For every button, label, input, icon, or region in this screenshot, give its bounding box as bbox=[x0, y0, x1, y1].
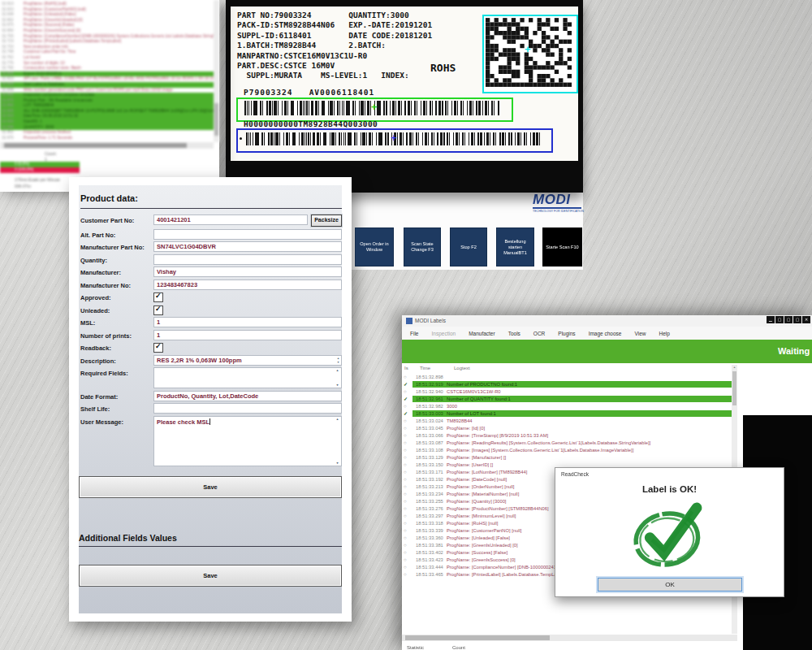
window-control-button-0[interactable]: ▁ bbox=[767, 316, 775, 323]
text-input[interactable] bbox=[153, 355, 342, 366]
log-row[interactable]: ✓18:51:32.961Number of QUANTITY found:1 bbox=[402, 396, 737, 403]
textarea-field[interactable]: Please check MSL▴▾ bbox=[153, 416, 342, 466]
log-row[interactable]: ✓18:51:33.003Number of LOT found:1 bbox=[402, 410, 737, 418]
log-row[interactable]: ○18:51:32.9823000 bbox=[402, 403, 737, 410]
menu-plugins[interactable]: Plugins bbox=[558, 331, 575, 336]
circle-icon: ○ bbox=[404, 462, 410, 468]
packsize-button[interactable]: Packsize bbox=[311, 214, 342, 227]
log-row[interactable]: ○18:51:33.108ProgName: [Images] [System.… bbox=[402, 447, 737, 454]
desktop-background: MODI TECHNOLOGY FOR IDENTIFICATION PART … bbox=[0, 0, 812, 650]
checkbox[interactable]: ✓ bbox=[153, 343, 163, 353]
log-row[interactable]: ○18:51:32.940CSTCE16M0V13C1W-R0 bbox=[402, 388, 737, 396]
text-input[interactable] bbox=[153, 317, 342, 327]
log-row[interactable]: ○18:51:33.066ProgName: [TimeStamp] [8/9/… bbox=[402, 432, 737, 440]
background-log-vscrollbar[interactable] bbox=[214, 0, 219, 142]
log-vscrollbar-thumb[interactable] bbox=[732, 371, 736, 405]
text-input[interactable] bbox=[153, 391, 342, 401]
text-input[interactable] bbox=[153, 330, 342, 340]
text-input[interactable] bbox=[153, 254, 342, 265]
background-log-row[interactable]: 32.976ProcessTime: 1.71 Seconds bbox=[0, 136, 214, 141]
log-hscrollbar-thumb[interactable] bbox=[405, 635, 550, 640]
text-input[interactable] bbox=[153, 280, 342, 290]
scroll-up-icon[interactable]: ▴ bbox=[335, 418, 340, 421]
background-log-row[interactable]: 32.733New production order info bbox=[0, 45, 214, 50]
background-log-row[interactable]: 32.962Inspection process finished bbox=[0, 130, 214, 136]
scroll-up-icon[interactable]: ▴ bbox=[335, 369, 340, 372]
background-log-row[interactable]: 32.776Set number of digits: 10 bbox=[0, 61, 214, 67]
window-control-button-3[interactable]: ▢ bbox=[793, 316, 801, 323]
background-log-row[interactable]: 32.690ProgName: [GreenIsSuccess] [0] bbox=[0, 28, 214, 34]
window-control-close[interactable]: ✕ bbox=[802, 316, 810, 323]
background-log-row[interactable]: 32.948QUANTITY: 3000 bbox=[0, 125, 214, 131]
menu-image-choose[interactable]: Image choose bbox=[589, 331, 622, 336]
log-row[interactable]: ○18:51:33.087ProgName: [ReadingResults] … bbox=[402, 440, 737, 447]
checkbox[interactable]: ✓ bbox=[153, 306, 163, 315]
background-log-row[interactable]: 32.719ProgName: [PrintedLabel] [Labels.D… bbox=[0, 39, 214, 45]
circle-icon: ○ bbox=[404, 499, 410, 505]
background-log-hscrollbar[interactable] bbox=[0, 142, 214, 149]
action-button-4[interactable]: Bestellung starten ManualBT1 bbox=[496, 228, 534, 266]
window-control-button-1[interactable]: ▢ bbox=[775, 316, 784, 323]
text-input[interactable] bbox=[153, 229, 342, 240]
background-log-row[interactable]: 32.633ProgName: [CustomerPartNO] [null] bbox=[0, 7, 214, 13]
background-log-row[interactable]: 32.619ProgName: [RoHS] [null] bbox=[0, 2, 214, 7]
scroll-down-icon[interactable]: ▾ bbox=[335, 384, 340, 387]
spin-down-icon[interactable]: ▾ bbox=[335, 361, 341, 364]
menu-tools[interactable]: Tools bbox=[508, 331, 520, 336]
menu-inspection[interactable]: Inspection bbox=[431, 331, 456, 336]
text-input[interactable] bbox=[153, 266, 342, 277]
log-hscrollbar[interactable] bbox=[402, 635, 737, 641]
background-log-row[interactable]: 32.919DateTime: 09.08.2019 10:51:32 bbox=[0, 114, 214, 119]
scroll-arrows[interactable]: ▴▾ bbox=[335, 369, 340, 387]
menu-help[interactable]: Help bbox=[659, 331, 669, 336]
log-row[interactable]: ○18:51:33.129ProgName: [Manufacturer] [] bbox=[402, 454, 737, 462]
dialog-ok-button[interactable]: OK bbox=[598, 578, 742, 592]
action-button-1[interactable]: Open Order in Window bbox=[355, 228, 394, 266]
log-row[interactable]: ✓18:51:32.919Number of PRODUCTNO found:1 bbox=[402, 381, 737, 388]
background-log-row[interactable]: 32.819API user: Parts LABEL CODE:PNO 10T… bbox=[0, 76, 214, 82]
action-button-3[interactable]: Stop F2 bbox=[450, 228, 487, 266]
spinner-arrows[interactable]: ▴▾ bbox=[335, 356, 341, 365]
menu-view[interactable]: View bbox=[634, 331, 646, 336]
text-input[interactable] bbox=[153, 403, 342, 414]
background-log-row[interactable]: 32.676ProgName: [Success] [False] bbox=[0, 23, 214, 28]
background-log-row[interactable]: 32.662ProgName: [GreenIsUnleaded] [0] bbox=[0, 18, 214, 24]
window-control-button-2[interactable]: ▢ bbox=[784, 316, 793, 323]
menu-ocr[interactable]: OCR bbox=[533, 331, 545, 336]
log-time: 18:51:32.919 bbox=[412, 381, 447, 388]
background-log-row[interactable]: 32.876Product Part - SN Readable Unicamo… bbox=[0, 98, 214, 104]
action-button-2[interactable]: Scan State Change F3 bbox=[404, 228, 441, 266]
background-log-row[interactable]: 32.705ProgName: [ComplianceNumber] [DNB-… bbox=[0, 34, 214, 40]
scroll-arrows[interactable]: ▴▾ bbox=[335, 418, 340, 465]
spin-up-icon[interactable]: ▴ bbox=[335, 357, 341, 360]
background-log-row[interactable]: 32.848Write number generated code PNO Lo… bbox=[0, 88, 214, 93]
background-log-row[interactable]: 32.833Start Label to Database bbox=[0, 82, 214, 88]
menu-file[interactable]: File bbox=[410, 331, 418, 336]
background-log-row[interactable]: 32.862Inspection component complete temp… bbox=[0, 93, 214, 98]
checkbox[interactable]: ✓ bbox=[153, 292, 163, 302]
log-text: Write number generated code PNO Lot:1 Co… bbox=[14, 88, 173, 92]
background-log-row[interactable]: 32.805Export SUCCESSFUL bbox=[0, 72, 214, 77]
background-log-row[interactable]: 32.905ALL DNB-1000000|BT TM8928B44 10-PS… bbox=[0, 109, 214, 115]
circle-icon: ○ bbox=[404, 543, 410, 548]
background-log-row[interactable]: 32.762Lot found: bbox=[0, 55, 214, 61]
log-row[interactable]: ○18:51:33.024TM8928B44 bbox=[402, 418, 737, 425]
background-log-row[interactable]: 32.748Customer Label Part No: Time bbox=[0, 50, 214, 55]
log-row[interactable]: ○18:51:32.898 bbox=[402, 374, 737, 381]
action-button-5[interactable]: Starte Scan F10 bbox=[542, 228, 582, 266]
text-input[interactable] bbox=[153, 241, 342, 252]
background-log-row[interactable]: 32.648ProgName: [Unleaded] [False] bbox=[0, 12, 214, 18]
vscrollbar-thumb[interactable] bbox=[214, 103, 218, 136]
background-log-row[interactable]: 32.933DateMS: 1 bbox=[0, 119, 214, 125]
background-log-row[interactable]: 32.890LOT: TM8928B44 bbox=[0, 103, 214, 109]
additional-save-button[interactable]: Save bbox=[79, 565, 342, 587]
hscrollbar-thumb[interactable] bbox=[4, 143, 187, 148]
background-log-row[interactable]: 32.790Consecutive number store: Batch bbox=[0, 66, 214, 72]
text-input[interactable] bbox=[153, 214, 308, 225]
save-button[interactable]: Save bbox=[79, 476, 342, 498]
scroll-down-icon[interactable]: ▾ bbox=[335, 462, 340, 465]
textarea-field[interactable]: ▴▾ bbox=[153, 367, 342, 388]
log-row[interactable]: ○18:51:33.045ProgName: [Id] [0] bbox=[402, 425, 737, 432]
menu-manufacter[interactable]: Manufacter bbox=[469, 331, 495, 336]
log-text: ProgName: [Images] [System.Collections.G… bbox=[447, 447, 633, 453]
